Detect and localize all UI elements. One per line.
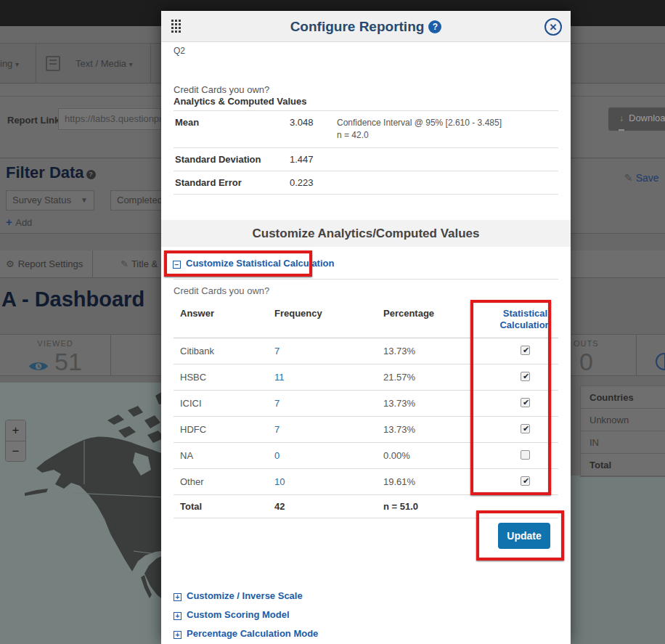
stats-divider xyxy=(636,335,637,375)
world-map[interactable]: + − xyxy=(0,383,167,644)
annotation-box-update-button xyxy=(476,510,564,561)
sample-size: n = 42.0 xyxy=(337,129,502,142)
download-data-button[interactable]: ↓Download Da xyxy=(608,107,665,131)
analytics-label: Standard Error xyxy=(174,177,290,188)
world-map-right xyxy=(571,476,665,644)
tab-divider xyxy=(92,250,93,278)
chevron-down-icon: ▼ xyxy=(81,191,88,210)
expand-plus-icon: + xyxy=(174,631,181,639)
viewed-value: 51 xyxy=(54,348,82,375)
analytics-value: 0.223 xyxy=(290,177,337,188)
dropouts-stat: OUTS 0 xyxy=(574,339,599,376)
analytics-value: 3.048 xyxy=(290,117,337,142)
answer-cell: Other xyxy=(174,476,274,487)
tab-title-layout[interactable]: ✎Title & L xyxy=(121,250,166,278)
analytics-label: Mean xyxy=(174,117,290,142)
annotation-box-checkbox-column xyxy=(470,300,551,495)
download-data-label: Download Da xyxy=(629,113,665,123)
survey-status-value: Survey Status xyxy=(12,195,71,205)
save-report-link[interactable]: ✎Save xyxy=(624,172,659,184)
stats-divider xyxy=(110,335,111,375)
confidence-interval: Confidence Interval @ 95% [2.610 - 3.485… xyxy=(337,117,502,129)
filter-data-heading: Filter Data? xyxy=(6,163,96,182)
toolbar-divider xyxy=(150,44,151,83)
dropouts-value: 0 xyxy=(574,348,599,376)
plus-icon: + xyxy=(6,216,12,228)
viewed-label: VIEWED xyxy=(0,339,110,348)
configure-reporting-modal: Configure Reporting? ✕ Q2 Credit Cards y… xyxy=(161,11,571,644)
customize-section-heading: Customize Analytics/Computed Values xyxy=(161,220,571,247)
answer-cell: HSBC xyxy=(174,372,274,383)
annotation-box-statistical-link xyxy=(164,250,312,277)
toolbar-divider xyxy=(36,44,36,83)
analytics-label: Standard Deviation xyxy=(174,154,290,165)
dropouts-label: OUTS xyxy=(574,339,599,348)
toolbar-partial-button[interactable]: ing ▾ xyxy=(0,44,19,84)
analytics-row-mean: Mean 3.048 Confidence Interval @ 95% [2.… xyxy=(174,111,558,148)
percentage-calculation-mode-link[interactable]: +Percentage Calculation Mode xyxy=(174,627,318,640)
total-frequency: 42 xyxy=(274,501,383,512)
toolbar-partial-label: ing xyxy=(0,58,12,69)
frequency-link[interactable]: 11 xyxy=(274,372,383,383)
modal-header: Configure Reporting? ✕ xyxy=(161,11,571,42)
download-icon: ↓ xyxy=(619,107,624,131)
completed-value: Completed xyxy=(117,195,163,205)
save-label: Save xyxy=(636,172,659,184)
countries-total-row: Total xyxy=(581,454,665,476)
add-filter-link[interactable]: + Add xyxy=(6,216,32,229)
gear-icon: ⚙ xyxy=(6,258,15,269)
modal-title: Configure Reporting? xyxy=(161,11,571,42)
frequency-link[interactable]: 7 xyxy=(274,346,383,356)
pencil-icon: ✎ xyxy=(624,172,633,184)
eye-icon xyxy=(28,360,49,375)
col-frequency: Frequency xyxy=(274,308,383,319)
report-link-input[interactable]: https://labs3.questionpr xyxy=(58,108,161,130)
countries-panel: Countries Unknown IN Total xyxy=(580,386,665,477)
total-label: Total xyxy=(174,501,274,512)
analytics-table: Mean 3.048 Confidence Interval @ 95% [2.… xyxy=(174,110,558,195)
zoom-out-button[interactable]: − xyxy=(6,441,25,461)
frequency-link[interactable]: 0 xyxy=(274,450,383,461)
custom-scoring-model-link[interactable]: +Custom Scoring Model xyxy=(174,608,290,621)
survey-status-dropdown[interactable]: Survey Status▼ xyxy=(6,190,94,211)
map-zoom-control: + − xyxy=(5,420,26,462)
divider xyxy=(174,279,558,280)
country-row[interactable]: IN xyxy=(581,431,665,454)
analytics-row-stderr: Standard Error 0.223 xyxy=(174,171,558,195)
question-code: Q2 xyxy=(174,46,185,56)
analytics-heading: Analytics & Computed Values xyxy=(174,96,307,107)
frequency-link[interactable]: 10 xyxy=(274,476,383,487)
tab-report-settings-label: Report Settings xyxy=(18,258,83,269)
zoom-in-button[interactable]: + xyxy=(6,420,25,441)
help-icon[interactable]: ? xyxy=(428,20,441,33)
country-row[interactable]: Unknown xyxy=(581,409,665,431)
expand-plus-icon: + xyxy=(174,593,181,601)
close-icon[interactable]: ✕ xyxy=(544,18,562,36)
countries-header: Countries xyxy=(581,386,665,409)
question-text: Credit Cards you own? xyxy=(174,84,269,95)
viewed-stat: VIEWED 51 xyxy=(0,339,110,376)
frequency-link[interactable]: 7 xyxy=(274,398,383,409)
globe-icon xyxy=(656,353,665,370)
answer-cell: NA xyxy=(174,450,274,461)
confidence-note: Confidence Interval @ 95% [2.610 - 3.485… xyxy=(337,117,502,142)
text-media-label: Text / Media xyxy=(76,58,126,69)
question-text: Credit Cards you own? xyxy=(174,285,269,296)
add-label: Add xyxy=(15,217,32,228)
pencil-icon: ✎ xyxy=(121,258,128,269)
text-media-button[interactable]: Text / Media ▾ xyxy=(76,44,133,84)
help-icon[interactable]: ? xyxy=(86,170,96,179)
chevron-down-icon: ▾ xyxy=(129,60,133,68)
tab-report-settings[interactable]: ⚙Report Settings xyxy=(6,250,83,278)
frequency-link[interactable]: 7 xyxy=(274,424,383,435)
chevron-down-icon: ▾ xyxy=(15,60,19,68)
answer-cell: Citibank xyxy=(174,346,274,356)
answer-cell: HDFC xyxy=(174,424,274,435)
analytics-row-stddev: Standard Deviation 1.447 xyxy=(174,148,558,171)
answer-cell: ICICI xyxy=(174,398,274,409)
analytics-value: 1.447 xyxy=(290,154,337,165)
customize-inverse-scale-link[interactable]: +Customize / Inverse Scale xyxy=(174,589,303,602)
expand-plus-icon: + xyxy=(174,612,181,620)
dashboard-title: A - Dashboard xyxy=(1,288,144,311)
report-link-label: Report Link xyxy=(7,115,60,126)
